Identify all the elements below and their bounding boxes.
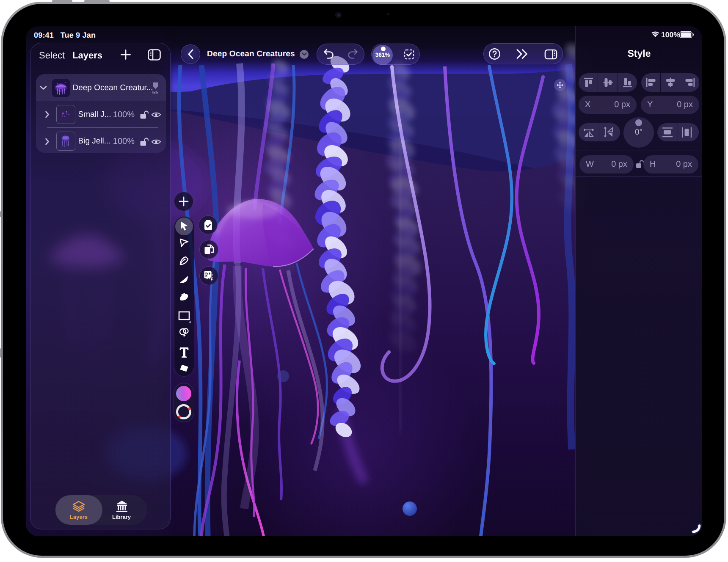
svg-text:100%: 100%: [661, 30, 680, 39]
